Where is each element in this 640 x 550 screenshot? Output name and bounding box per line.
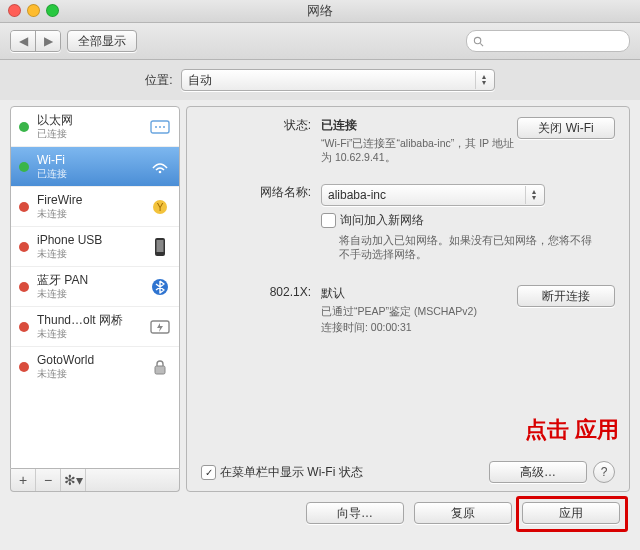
sidebar-item-iphone[interactable]: iPhone USB未连接 bbox=[11, 226, 179, 266]
remove-button[interactable]: − bbox=[36, 469, 61, 491]
nav-back-forward: ◀ ▶ bbox=[10, 30, 61, 52]
status-dot-icon bbox=[19, 322, 29, 332]
network-name-popup[interactable]: alibaba-inc ▴▾ bbox=[321, 184, 545, 206]
bottom-bar: 向导… 复原 应用 bbox=[0, 492, 640, 524]
status-value: 已连接 bbox=[321, 118, 357, 132]
sidebar-item-ethernet[interactable]: 以太网已连接 bbox=[11, 107, 179, 146]
interface-name: FireWire bbox=[37, 194, 141, 207]
sidebar-footer: + − ✻▾ bbox=[10, 469, 180, 492]
sidebar-item-wifi[interactable]: Wi-Fi已连接 bbox=[11, 146, 179, 186]
status-dot-icon bbox=[19, 242, 29, 252]
interface-name: Wi-Fi bbox=[37, 154, 141, 167]
interface-status: 已连接 bbox=[37, 167, 141, 180]
svg-text:Y: Y bbox=[157, 202, 164, 213]
status-dot-icon bbox=[19, 202, 29, 212]
svg-rect-10 bbox=[155, 366, 165, 374]
ask-join-description: 将自动加入已知网络。如果没有已知网络，您将不得不手动选择网络。 bbox=[339, 233, 599, 261]
interface-status: 未连接 bbox=[37, 287, 141, 300]
status-dot-icon bbox=[19, 282, 29, 292]
status-dot-icon bbox=[19, 122, 29, 132]
interface-status: 未连接 bbox=[37, 207, 141, 220]
search-input[interactable] bbox=[466, 30, 630, 52]
location-label: 位置: bbox=[145, 72, 172, 89]
detail-panel: 状态: 已连接 关闭 Wi-Fi “Wi-Fi”已连接至“alibaba-inc… bbox=[186, 106, 630, 492]
assist-button[interactable]: 向导… bbox=[306, 502, 404, 524]
add-button[interactable]: + bbox=[11, 469, 36, 491]
sidebar-item-bluetooth[interactable]: 蓝牙 PAN未连接 bbox=[11, 266, 179, 306]
firewire-icon: Y bbox=[149, 196, 171, 218]
help-button[interactable]: ? bbox=[593, 461, 615, 483]
interface-list[interactable]: 以太网已连接Wi-Fi已连接FireWire未连接YiPhone USB未连接蓝… bbox=[10, 106, 180, 469]
checkbox-icon bbox=[321, 213, 336, 228]
iphone-icon bbox=[149, 236, 171, 258]
status-description: “Wi-Fi”已连接至“alibaba-inc”，其 IP 地址为 10.62.… bbox=[321, 136, 581, 164]
location-row: 位置: 自动 ▴▾ bbox=[0, 60, 640, 100]
forward-button[interactable]: ▶ bbox=[35, 31, 60, 51]
show-menubar-checkbox[interactable]: ✓ 在菜单栏中显示 Wi-Fi 状态 bbox=[201, 464, 363, 481]
interface-status: 已连接 bbox=[37, 127, 141, 140]
ethernet-icon bbox=[149, 116, 171, 138]
interface-status: 未连接 bbox=[37, 247, 141, 260]
revert-button[interactable]: 复原 bbox=[414, 502, 512, 524]
thunderbolt-icon bbox=[149, 316, 171, 338]
toolbar: ◀ ▶ 全部显示 bbox=[0, 23, 640, 60]
location-value: 自动 bbox=[188, 72, 212, 89]
sidebar-item-thunderbolt[interactable]: Thund…olt 网桥未连接 bbox=[11, 306, 179, 346]
chevron-updown-icon: ▴▾ bbox=[525, 186, 542, 204]
disconnect-button[interactable]: 断开连接 bbox=[517, 285, 615, 307]
wifi-icon bbox=[149, 156, 171, 178]
vpn-icon bbox=[149, 356, 171, 378]
advanced-button[interactable]: 高级… bbox=[489, 461, 587, 483]
interface-status: 未连接 bbox=[37, 367, 141, 380]
annotation-text: 点击 应用 bbox=[525, 415, 619, 445]
window-controls bbox=[8, 4, 59, 17]
status-dot-icon bbox=[19, 362, 29, 372]
svg-rect-7 bbox=[157, 240, 164, 252]
interface-name: 以太网 bbox=[37, 114, 141, 127]
sidebar: 以太网已连接Wi-Fi已连接FireWire未连接YiPhone USB未连接蓝… bbox=[10, 106, 180, 492]
interface-name: 蓝牙 PAN bbox=[37, 274, 141, 287]
dot1x-label: 802.1X: bbox=[201, 285, 321, 334]
dot1x-value: 默认 bbox=[321, 286, 345, 300]
status-dot-icon bbox=[19, 162, 29, 172]
svg-point-0 bbox=[474, 37, 480, 43]
chevron-updown-icon: ▴▾ bbox=[475, 71, 492, 89]
interface-status: 未连接 bbox=[37, 327, 141, 340]
show-menubar-label: 在菜单栏中显示 Wi-Fi 状态 bbox=[220, 464, 363, 481]
svg-line-1 bbox=[480, 43, 483, 46]
ask-join-checkbox[interactable]: 询问加入新网络 bbox=[321, 212, 424, 229]
dot1x-time-description: 连接时间: 00:00:31 bbox=[321, 320, 581, 334]
back-button[interactable]: ◀ bbox=[11, 31, 35, 51]
sidebar-item-vpn[interactable]: GotoWorld未连接 bbox=[11, 346, 179, 386]
window-title: 网络 bbox=[307, 3, 333, 18]
main-area: 以太网已连接Wi-Fi已连接FireWire未连接YiPhone USB未连接蓝… bbox=[0, 100, 640, 492]
sidebar-item-firewire[interactable]: FireWire未连接Y bbox=[11, 186, 179, 226]
svg-point-3 bbox=[159, 170, 162, 173]
network-name-value: alibaba-inc bbox=[328, 188, 386, 202]
ask-join-label: 询问加入新网络 bbox=[340, 212, 424, 229]
search-icon bbox=[473, 36, 484, 47]
apply-button[interactable]: 应用 bbox=[522, 502, 620, 524]
window-titlebar: 网络 bbox=[0, 0, 640, 23]
turn-off-wifi-button[interactable]: 关闭 Wi-Fi bbox=[517, 117, 615, 139]
status-label: 状态: bbox=[201, 117, 321, 164]
interface-name: iPhone USB bbox=[37, 234, 141, 247]
zoom-icon[interactable] bbox=[46, 4, 59, 17]
show-all-button[interactable]: 全部显示 bbox=[67, 30, 137, 52]
network-name-label: 网络名称: bbox=[201, 184, 321, 206]
interface-name: GotoWorld bbox=[37, 354, 141, 367]
close-icon[interactable] bbox=[8, 4, 21, 17]
minimize-icon[interactable] bbox=[27, 4, 40, 17]
interface-name: Thund…olt 网桥 bbox=[37, 314, 141, 327]
checkbox-icon: ✓ bbox=[201, 465, 216, 480]
location-popup[interactable]: 自动 ▴▾ bbox=[181, 69, 495, 91]
action-menu-button[interactable]: ✻▾ bbox=[61, 469, 86, 491]
bluetooth-icon bbox=[149, 276, 171, 298]
